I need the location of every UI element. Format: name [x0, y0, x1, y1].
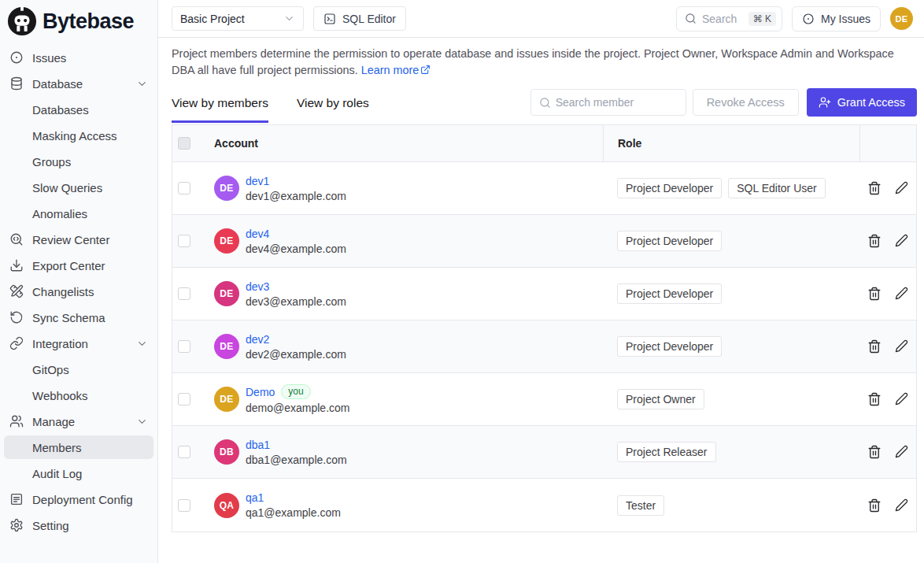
trash-icon [867, 392, 881, 406]
delete-member-button[interactable] [867, 234, 881, 248]
role-badge: SQL Editor User [728, 178, 825, 198]
sidebar-item-export-center[interactable]: Export Center [4, 254, 153, 277]
sidebar-item-label: Deployment Config [32, 493, 133, 506]
chevron-down-icon[interactable] [136, 78, 148, 90]
delete-member-button[interactable] [867, 181, 881, 195]
role-badge: Project Owner [617, 389, 704, 409]
delete-member-button[interactable] [867, 498, 881, 513]
member-search-input[interactable] [556, 96, 678, 109]
pencil-icon [895, 445, 908, 458]
avatar: DE [214, 387, 239, 412]
sidebar-item-gitops[interactable]: GitOps [4, 357, 153, 381]
member-name-link[interactable]: dev2 [246, 333, 269, 346]
row-checkbox[interactable] [178, 287, 190, 300]
sidebar-item-integration[interactable]: Integration [4, 332, 153, 355]
delete-member-button[interactable] [867, 339, 881, 354]
global-search-button[interactable]: Search ⌘ K [676, 6, 782, 31]
members-description: Project members determine the permission… [172, 46, 917, 79]
member-name-link[interactable]: dev3 [246, 280, 269, 293]
search-icon [685, 13, 697, 24]
column-header-account: Account [214, 125, 603, 161]
edit-member-button[interactable] [895, 339, 909, 354]
member-email: demo@example.com [246, 402, 350, 414]
edit-member-button[interactable] [895, 445, 909, 459]
terminal-icon [323, 13, 336, 25]
delete-member-button[interactable] [867, 392, 881, 406]
member-name-link[interactable]: dba1 [246, 439, 270, 451]
table-row: DBdba1dba1@example.comProject Releaser [172, 426, 916, 479]
download-icon [9, 258, 24, 272]
sidebar-item-review-center[interactable]: Review Center [4, 228, 153, 251]
member-name-link[interactable]: qa1 [246, 491, 264, 504]
sidebar-item-audit-log[interactable]: Audit Log [4, 461, 153, 485]
trash-icon [867, 445, 881, 459]
bytebase-logo[interactable]: Bytebase [0, 0, 157, 41]
circle-dot-icon [802, 13, 815, 25]
tab-view-by-members[interactable]: View by members [172, 91, 268, 123]
row-checkbox[interactable] [178, 182, 190, 194]
search-icon [539, 97, 551, 109]
sidebar-item-members[interactable]: Members [4, 435, 153, 459]
select-all-checkbox[interactable] [178, 137, 190, 150]
row-checkbox[interactable] [178, 340, 190, 353]
sidebar-item-label: Setting [32, 519, 69, 532]
row-checkbox[interactable] [178, 393, 190, 406]
table-row: DEDemoyoudemo@example.comProject Owner [172, 373, 916, 426]
role-badge: Tester [617, 495, 664, 516]
member-name-link[interactable]: dev4 [246, 228, 269, 240]
sidebar-item-masking-access[interactable]: Masking Access [4, 124, 153, 147]
table-row: DEdev1dev1@example.comProject DeveloperS… [172, 162, 916, 215]
settings-icon [9, 518, 24, 532]
topbar: Basic Project SQL Editor Search ⌘ K My I… [158, 0, 924, 38]
edit-member-button[interactable] [895, 498, 909, 513]
sidebar-item-label: Sync Schema [32, 311, 105, 324]
edit-member-button[interactable] [895, 392, 909, 406]
sidebar-item-sync-schema[interactable]: Sync Schema [4, 306, 153, 329]
sidebar-item-slow-queries[interactable]: Slow Queries [4, 176, 153, 199]
chevron-down-icon[interactable] [136, 416, 148, 428]
sidebar-item-webhooks[interactable]: Webhooks [4, 383, 153, 407]
delete-member-button[interactable] [867, 287, 881, 301]
sql-editor-button[interactable]: SQL Editor [313, 6, 406, 31]
sidebar-item-label: Export Center [32, 259, 105, 272]
sidebar-item-database[interactable]: Database [4, 72, 153, 95]
member-name-link[interactable]: Demo [246, 386, 275, 398]
table-row: QAqa1qa1@example.comTester [172, 479, 916, 532]
tab-view-by-roles[interactable]: View by roles [297, 91, 369, 123]
search-placeholder: Search [702, 13, 737, 25]
database-icon [9, 76, 24, 91]
chevron-down-icon[interactable] [136, 338, 148, 350]
my-issues-button[interactable]: My Issues [792, 6, 881, 31]
edit-member-button[interactable] [895, 287, 909, 301]
sidebar-item-deployment-config[interactable]: Deployment Config [4, 487, 153, 511]
learn-more-link[interactable]: Learn more [361, 64, 431, 76]
sidebar-item-databases[interactable]: Databases [4, 98, 153, 121]
table-row: DEdev4dev4@example.comProject Developer [172, 215, 916, 268]
sidebar-item-setting[interactable]: Setting [4, 513, 153, 537]
row-checkbox[interactable] [178, 235, 190, 247]
member-name-link[interactable]: dev1 [246, 175, 269, 187]
user-avatar[interactable]: DE [890, 7, 913, 30]
sidebar-item-issues[interactable]: Issues [4, 46, 153, 69]
members-toolbar-row: View by members View by roles Revoke Acc… [172, 88, 917, 123]
avatar: DE [214, 176, 239, 201]
sidebar-item-changelists[interactable]: Changelists [4, 280, 153, 303]
sidebar-item-anomalies[interactable]: Anomalies [4, 202, 153, 225]
trash-icon [867, 339, 881, 354]
row-checkbox[interactable] [178, 499, 190, 512]
edit-member-button[interactable] [895, 234, 909, 248]
edit-member-button[interactable] [895, 181, 909, 195]
delete-member-button[interactable] [867, 445, 881, 459]
table-row: DEdev2dev2@example.comProject Developer [172, 320, 916, 373]
pencil-icon [895, 181, 908, 194]
avatar: DE [214, 334, 239, 359]
row-checkbox[interactable] [178, 446, 190, 458]
sidebar-item-label: Changelists [32, 285, 94, 298]
project-select[interactable]: Basic Project [172, 6, 304, 31]
sidebar-item-manage[interactable]: Manage [4, 409, 153, 433]
grant-access-button[interactable]: Grant Access [807, 88, 917, 117]
pencil-icon [895, 392, 908, 406]
sidebar-item-groups[interactable]: Groups [4, 150, 153, 173]
sidebar-item-label: Members [32, 441, 82, 454]
revoke-access-button[interactable]: Revoke Access [693, 89, 799, 116]
